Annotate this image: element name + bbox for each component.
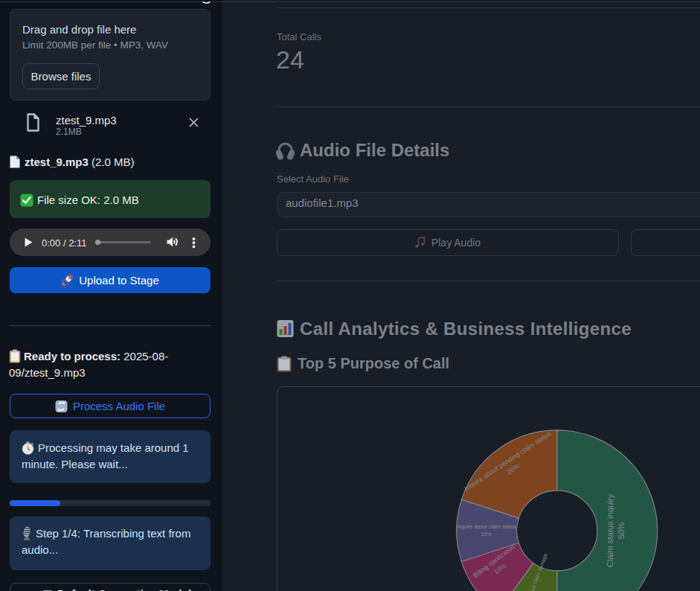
svg-text:50%: 50% <box>617 523 626 540</box>
svg-text:Claim status inquiry: Claim status inquiry <box>606 493 614 567</box>
svg-text:Inquire about claim status: Inquire about claim status <box>457 524 516 530</box>
svg-text:10%: 10% <box>481 531 492 537</box>
